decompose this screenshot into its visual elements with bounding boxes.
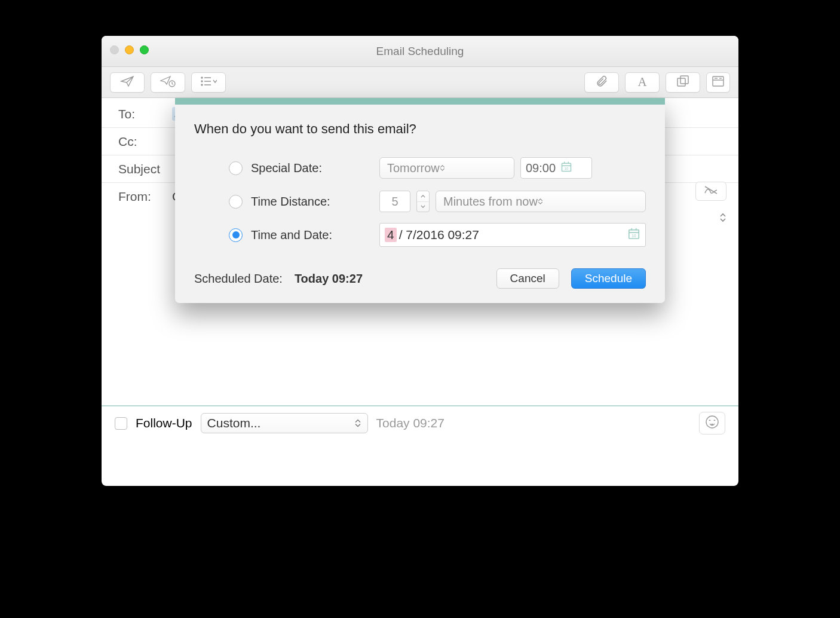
paper-plane-icon bbox=[120, 75, 134, 90]
header-toggle-button[interactable] bbox=[706, 72, 730, 93]
footer: Follow-Up Custom... Today 09:27 bbox=[102, 406, 738, 440]
scheduled-date-label: Scheduled Date: bbox=[194, 272, 283, 286]
stepper-up-icon bbox=[417, 191, 429, 202]
duplicate-icon bbox=[676, 75, 689, 90]
datetime-input[interactable]: 4 / 7/2016 09:27 10 bbox=[379, 223, 646, 247]
special-date-select[interactable]: Tomorrow bbox=[379, 157, 514, 179]
distance-unit-select[interactable]: Minutes from now bbox=[436, 191, 646, 212]
option-time-and-date[interactable]: Time and Date: 4 / 7/2016 09:27 10 bbox=[194, 218, 646, 252]
modal-heading: When do you want to send this email? bbox=[194, 121, 646, 137]
svg-rect-7 bbox=[677, 78, 685, 86]
titlebar: Email Scheduling bbox=[102, 36, 738, 67]
attach-button[interactable] bbox=[584, 72, 619, 93]
cancel-button[interactable]: Cancel bbox=[496, 268, 559, 289]
traffic-lights bbox=[110, 45, 149, 54]
svg-text:10: 10 bbox=[565, 167, 569, 170]
followup-checkbox[interactable] bbox=[115, 417, 127, 430]
distance-unit-value: Minutes from now bbox=[443, 195, 538, 209]
chevron-down-icon bbox=[719, 218, 726, 222]
distance-stepper[interactable] bbox=[416, 191, 430, 212]
to-label: To: bbox=[118, 107, 172, 121]
svg-point-1 bbox=[201, 77, 203, 78]
option-distance-label: Time Distance: bbox=[251, 195, 330, 209]
scheduled-date-value: Today 09:27 bbox=[295, 272, 363, 286]
distance-value-input[interactable]: 5 bbox=[379, 191, 410, 212]
option-special-date[interactable]: Special Date: Tomorrow 09:00 10 bbox=[194, 151, 646, 185]
chevron-down-icon bbox=[440, 168, 445, 171]
schedule-modal: When do you want to send this email? Spe… bbox=[175, 98, 665, 303]
option-special-label: Special Date: bbox=[251, 161, 322, 175]
emoji-icon bbox=[705, 415, 719, 432]
list-options-button[interactable] bbox=[191, 72, 226, 93]
zoom-window-button[interactable] bbox=[140, 45, 149, 54]
svg-rect-8 bbox=[680, 76, 688, 84]
svg-point-3 bbox=[201, 81, 203, 82]
chevron-up-icon bbox=[719, 213, 726, 218]
header-icon bbox=[712, 76, 724, 89]
chevron-down-icon bbox=[538, 201, 543, 204]
followup-select-value: Custom... bbox=[207, 416, 261, 430]
calendar-icon: 10 bbox=[560, 161, 572, 176]
paperclip-icon bbox=[595, 75, 608, 90]
crossed-pen-icon bbox=[703, 185, 719, 198]
chevron-down-icon bbox=[355, 424, 361, 427]
toggle-signed-button[interactable] bbox=[695, 182, 726, 201]
emoji-picker-button[interactable] bbox=[699, 412, 725, 435]
window-title: Email Scheduling bbox=[102, 45, 738, 58]
modal-accent-bar bbox=[175, 98, 665, 105]
svg-point-5 bbox=[201, 84, 203, 85]
datetime-highlight: 4 bbox=[385, 228, 397, 242]
stepper-down-icon bbox=[417, 202, 429, 212]
radio-time-distance[interactable] bbox=[229, 195, 243, 209]
footer-time: Today 09:27 bbox=[376, 416, 444, 430]
option-time-distance[interactable]: Time Distance: 5 Minutes from now bbox=[194, 185, 646, 218]
svg-point-14 bbox=[706, 416, 718, 428]
special-date-value: Tomorrow bbox=[387, 161, 440, 175]
svg-rect-9 bbox=[713, 77, 723, 86]
from-label: From: bbox=[118, 189, 172, 204]
subject-label: Subject bbox=[118, 162, 160, 176]
font-icon: A bbox=[637, 75, 646, 90]
special-date-time-input[interactable]: 09:00 10 bbox=[520, 157, 592, 179]
minimize-window-button[interactable] bbox=[125, 45, 134, 54]
radio-time-and-date[interactable] bbox=[229, 228, 243, 242]
chevron-up-icon bbox=[355, 420, 361, 423]
svg-text:10: 10 bbox=[631, 233, 636, 237]
schedule-button[interactable]: Schedule bbox=[571, 268, 646, 289]
paper-plane-clock-icon bbox=[160, 75, 176, 90]
from-select-stepper[interactable] bbox=[719, 213, 726, 222]
close-window-button[interactable] bbox=[110, 45, 119, 54]
compose-window: Email Scheduling bbox=[102, 36, 738, 486]
duplicate-button[interactable] bbox=[666, 72, 700, 93]
send-button[interactable] bbox=[110, 72, 145, 93]
option-timedate-label: Time and Date: bbox=[251, 228, 332, 242]
special-time-value: 09:00 bbox=[526, 161, 556, 175]
toolbar: A bbox=[102, 67, 738, 98]
schedule-button-label: Schedule bbox=[585, 272, 632, 285]
cc-label: Cc: bbox=[118, 134, 172, 149]
datetime-rest: / 7/2016 09:27 bbox=[399, 228, 479, 242]
calendar-icon[interactable]: 10 bbox=[627, 227, 640, 243]
cancel-button-label: Cancel bbox=[510, 272, 545, 285]
followup-label: Follow-Up bbox=[136, 416, 192, 430]
list-icon bbox=[200, 76, 217, 89]
followup-select[interactable]: Custom... bbox=[201, 413, 368, 433]
send-later-button[interactable] bbox=[151, 72, 185, 93]
radio-special-date[interactable] bbox=[229, 161, 243, 175]
distance-value: 5 bbox=[391, 195, 398, 209]
format-button[interactable]: A bbox=[625, 72, 660, 93]
